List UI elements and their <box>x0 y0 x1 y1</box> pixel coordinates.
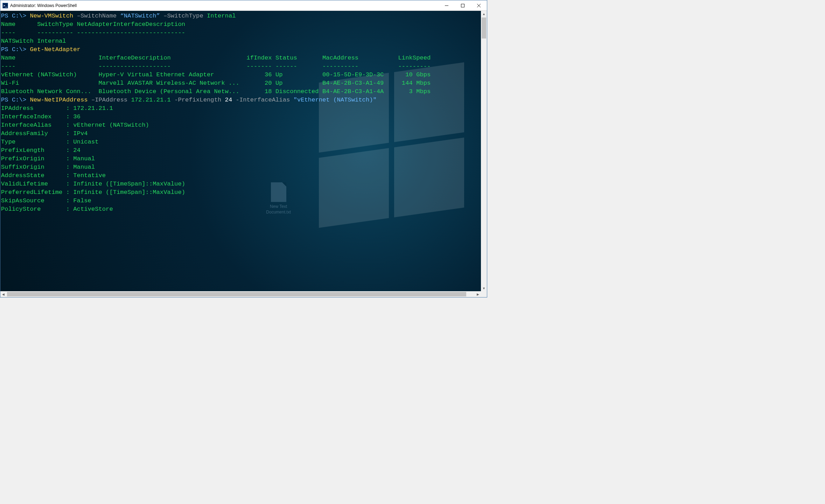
titlebar-left: >_ Administrator: Windows PowerShell <box>0 3 77 8</box>
console-output[interactable]: PS C:\> New-VMSwitch –SwitchName “NATSwi… <box>0 11 481 291</box>
scroll-left-arrow-icon[interactable]: ◀ <box>0 291 6 297</box>
scroll-right-arrow-icon[interactable]: ▶ <box>475 291 481 297</box>
horizontal-scrollbar[interactable]: ◀ ▶ <box>0 291 487 297</box>
minimize-button[interactable] <box>439 0 455 10</box>
scroll-track-h[interactable] <box>6 291 475 297</box>
maximize-button[interactable] <box>455 0 471 10</box>
scroll-thumb[interactable] <box>482 18 486 38</box>
scroll-up-arrow-icon[interactable]: ▲ <box>481 11 487 17</box>
close-button[interactable] <box>471 0 487 10</box>
scroll-corner <box>481 291 487 297</box>
scroll-track[interactable] <box>481 17 487 285</box>
window-controls <box>439 0 487 10</box>
svg-rect-1 <box>461 4 464 7</box>
scroll-thumb-h[interactable] <box>7 292 466 296</box>
vertical-scrollbar[interactable]: ▲ ▼ <box>481 11 487 291</box>
window-title: Administrator: Windows PowerShell <box>10 3 77 8</box>
console-area: New Text Document.txt PS C:\> New-VMSwit… <box>0 11 487 291</box>
scroll-down-arrow-icon[interactable]: ▼ <box>481 285 487 291</box>
powershell-window: >_ Administrator: Windows PowerShell New… <box>0 0 487 298</box>
titlebar[interactable]: >_ Administrator: Windows PowerShell <box>0 0 487 11</box>
powershell-icon: >_ <box>2 3 8 8</box>
